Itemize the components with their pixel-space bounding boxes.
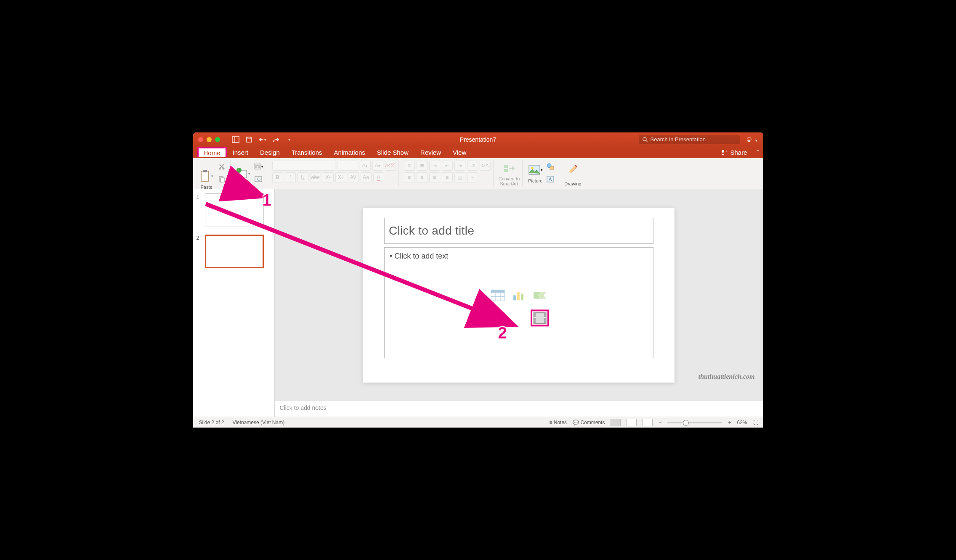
view-mode-icon[interactable] (232, 136, 239, 143)
comments-toggle[interactable]: 💬 Comments (573, 420, 605, 425)
zoom-out-icon[interactable]: − (659, 420, 661, 425)
reading-view-icon[interactable] (643, 419, 653, 426)
svg-point-40 (494, 314, 496, 317)
svg-point-5 (722, 150, 724, 153)
increase-font-icon[interactable]: A▴ (360, 161, 371, 171)
shapes-icon[interactable] (544, 161, 556, 172)
svg-text:A: A (549, 177, 552, 182)
svg-rect-38 (521, 293, 523, 300)
sorter-view-icon[interactable] (627, 419, 637, 426)
subscript-icon[interactable]: X₂ (335, 172, 346, 182)
slide-canvas[interactable]: Click to add title • Click to add text (275, 189, 763, 401)
align-right-icon[interactable]: ≡ (429, 172, 440, 182)
language-indicator[interactable]: Vietnamese (Viet Nam) (233, 420, 285, 425)
insert-chart-icon[interactable] (510, 287, 528, 304)
insert-picture-icon[interactable] (489, 309, 507, 326)
tab-slide-show[interactable]: Slide Show (371, 147, 414, 158)
text-direction-icon[interactable]: ↻A (480, 161, 491, 171)
minimize-window-button[interactable] (207, 137, 212, 142)
slide: Click to add title • Click to add text (363, 208, 675, 383)
paste-icon[interactable]: ▾ (199, 169, 214, 184)
columns-icon[interactable]: ▥ (454, 172, 465, 182)
zoom-in-icon[interactable]: + (728, 420, 731, 425)
strikethrough-icon[interactable]: abc (310, 172, 321, 182)
tab-view[interactable]: View (447, 147, 472, 158)
picture-label: Picture (528, 178, 542, 183)
list-level-icon[interactable]: ⇥ (429, 161, 440, 171)
insert-smartart-icon[interactable] (531, 287, 549, 304)
tab-home[interactable]: Home (197, 147, 227, 157)
share-button[interactable]: + Share (721, 149, 747, 156)
slide-thumbnail-1[interactable] (205, 193, 264, 227)
thumbnail-number: 1 (197, 193, 202, 227)
qat-customize-icon[interactable]: ▾ (286, 136, 293, 143)
svg-rect-23 (504, 165, 508, 168)
tab-design[interactable]: Design (254, 147, 286, 158)
font-size-selector[interactable] (337, 161, 358, 171)
tab-transitions[interactable]: Transitions (286, 147, 328, 158)
numbering-icon[interactable]: ≣ (417, 161, 428, 171)
align-text-icon[interactable]: ⊟ (467, 172, 478, 182)
tab-animations[interactable]: Animations (328, 147, 371, 158)
thumbnail-row: 2 (197, 235, 271, 268)
share-label: Share (730, 149, 747, 156)
drawing-label: Drawing (564, 181, 581, 186)
title-placeholder[interactable]: Click to add title (384, 218, 653, 244)
character-spacing-icon[interactable]: AV (348, 172, 359, 182)
clipboard-group: ▾ Paste (197, 160, 231, 187)
superscript-icon[interactable]: X² (323, 172, 334, 182)
content-icons (489, 287, 549, 326)
share-icon: + (721, 149, 728, 155)
status-bar: Slide 2 of 2 Vietnamese (Viet Nam) ≡ Not… (193, 417, 763, 428)
align-center-icon[interactable]: ≡ (417, 172, 428, 182)
collapse-ribbon-icon[interactable]: ˆ (757, 149, 759, 156)
clear-format-icon[interactable]: A⌫ (385, 161, 396, 171)
search-input[interactable]: Search in Presentation (639, 135, 740, 144)
change-case-icon[interactable]: Aa (361, 172, 372, 182)
insert-video-icon[interactable] (531, 309, 549, 326)
reset-icon[interactable] (252, 173, 264, 185)
decrease-indent-icon[interactable]: ⇤ (442, 161, 453, 171)
tab-review[interactable]: Review (414, 147, 447, 158)
notes-pane[interactable]: Click to add notes (275, 401, 763, 417)
font-selector[interactable] (272, 161, 335, 171)
convert-smartart-icon[interactable] (502, 161, 517, 176)
svg-text:+: + (238, 168, 240, 172)
drawing-icon[interactable] (565, 161, 580, 176)
justify-icon[interactable]: ≡ (442, 172, 453, 182)
copy-icon[interactable] (216, 173, 228, 185)
italic-icon[interactable]: I (285, 172, 296, 182)
fit-window-icon[interactable]: ⛶ (753, 420, 758, 425)
new-slide-icon[interactable]: +▾ (236, 166, 251, 181)
font-color-icon[interactable]: A (373, 172, 384, 182)
zoom-slider[interactable] (667, 422, 722, 423)
tab-insert[interactable]: Insert (227, 147, 255, 158)
increase-indent-icon[interactable]: ⇥ (454, 161, 465, 171)
layout-icon[interactable]: ▾ (252, 161, 264, 172)
bullets-icon[interactable]: ≡ (404, 161, 415, 171)
align-left-icon[interactable]: ≡ (404, 172, 415, 182)
feedback-icon[interactable]: ☺ ▾ (745, 135, 757, 144)
decrease-font-icon[interactable]: A▾ (372, 161, 383, 171)
undo-icon[interactable]: ▾ (259, 136, 266, 143)
save-icon[interactable] (245, 136, 253, 143)
cut-icon[interactable] (216, 161, 228, 172)
svg-rect-7 (201, 171, 209, 181)
redo-icon[interactable] (272, 136, 280, 143)
content-placeholder[interactable]: • Click to add text (384, 247, 653, 358)
content-area: 1 2 Click to add title • Click to add te… (193, 189, 763, 417)
normal-view-icon[interactable] (611, 419, 621, 426)
picture-icon[interactable]: ▾ (528, 162, 543, 177)
slide-thumbnail-2[interactable] (205, 235, 264, 268)
notes-toggle[interactable]: ≡ Notes (549, 420, 567, 425)
maximize-window-button[interactable] (215, 137, 220, 142)
bold-icon[interactable]: B (272, 172, 283, 182)
underline-icon[interactable]: U (297, 172, 308, 182)
close-window-button[interactable] (198, 137, 203, 142)
zoom-level[interactable]: 62% (737, 420, 747, 425)
watermark: thuthuattienich.com (698, 373, 755, 380)
line-spacing-icon[interactable]: ↕≡ (467, 161, 478, 171)
text-box-icon[interactable]: A (544, 173, 556, 185)
insert-table-icon[interactable] (489, 287, 507, 304)
svg-rect-36 (513, 295, 516, 300)
